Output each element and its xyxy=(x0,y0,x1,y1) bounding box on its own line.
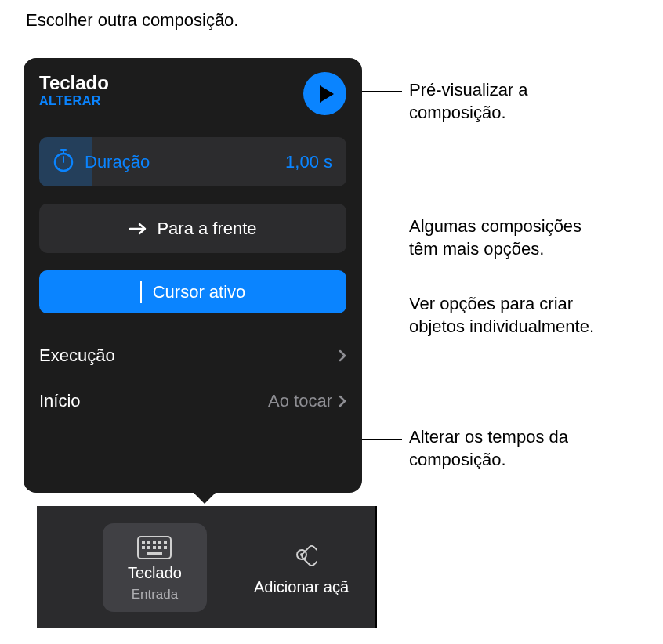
build-item-subtitle: Entrada xyxy=(132,587,179,602)
callout-line xyxy=(362,241,402,241)
start-label: Início xyxy=(39,391,81,411)
delivery-row[interactable]: Execução xyxy=(39,333,346,378)
svg-rect-12 xyxy=(300,545,317,566)
callout-text: Pré-visualizar a xyxy=(409,80,528,99)
callout-preview: Pré-visualizar a composição. xyxy=(409,79,528,124)
svg-rect-7 xyxy=(147,546,150,549)
svg-point-14 xyxy=(300,553,303,556)
arrow-right-icon xyxy=(129,223,147,235)
callout-objects: Ver opções para criar objetos individual… xyxy=(409,293,594,338)
delivery-label: Execução xyxy=(39,346,115,366)
cursor-indicator-icon xyxy=(140,281,142,303)
popover-header: Teclado ALTERAR xyxy=(39,72,346,115)
callout-text: Alterar os tempos da xyxy=(409,427,568,447)
build-item-title: Teclado xyxy=(128,564,182,582)
callout-text: composição. xyxy=(409,103,506,122)
duration-control[interactable]: Duração 1,00 s xyxy=(39,137,346,186)
stopwatch-icon xyxy=(53,149,74,175)
callout-text: têm mais opções. xyxy=(409,239,544,259)
popover-title: Teclado xyxy=(39,72,109,94)
callout-options: Algumas composições têm mais opções. xyxy=(409,215,581,260)
duration-label: Duração xyxy=(85,152,285,172)
forward-label: Para a frente xyxy=(157,219,256,239)
right-edge-border xyxy=(375,506,377,628)
svg-rect-10 xyxy=(164,546,167,549)
callout-timing: Alterar os tempos da composição. xyxy=(409,426,568,471)
change-button[interactable]: ALTERAR xyxy=(39,94,109,108)
direction-forward-button[interactable]: Para a frente xyxy=(39,204,346,253)
svg-rect-2 xyxy=(147,541,150,544)
cursor-label: Cursor ativo xyxy=(153,282,246,302)
duration-value: 1,00 s xyxy=(285,152,332,172)
callout-text: objetos individualmente. xyxy=(409,317,594,336)
svg-rect-3 xyxy=(153,541,156,544)
start-value: Ao tocar xyxy=(268,391,332,411)
add-action-label: Adicionar açã xyxy=(254,578,349,596)
svg-rect-11 xyxy=(147,552,162,555)
svg-rect-6 xyxy=(142,546,145,549)
action-target-icon xyxy=(286,539,317,570)
build-order-bar: Teclado Entrada Adicionar açã xyxy=(37,506,375,628)
svg-rect-9 xyxy=(158,546,161,549)
keyboard-icon xyxy=(137,536,172,559)
play-icon xyxy=(320,85,334,103)
build-options-popover: Teclado ALTERAR Duração 1,00 s Para a fr… xyxy=(24,58,362,493)
chevron-right-icon xyxy=(339,349,346,362)
svg-rect-1 xyxy=(142,541,145,544)
callout-text: composição. xyxy=(409,450,506,469)
start-row[interactable]: Início Ao tocar xyxy=(39,378,346,424)
callout-text: Ver opções para criar xyxy=(409,294,573,313)
svg-rect-5 xyxy=(164,541,167,544)
cursor-active-button[interactable]: Cursor ativo xyxy=(39,270,346,313)
chevron-right-icon xyxy=(339,395,346,407)
build-item-teclado[interactable]: Teclado Entrada xyxy=(103,523,207,612)
add-action-button[interactable]: Adicionar açã xyxy=(254,539,349,596)
callout-line xyxy=(362,306,402,306)
callout-choose: Escolher outra composição. xyxy=(26,9,238,32)
callout-text: Algumas composições xyxy=(409,216,581,236)
svg-rect-4 xyxy=(158,541,161,544)
svg-rect-8 xyxy=(153,546,156,549)
preview-play-button[interactable] xyxy=(303,72,346,115)
